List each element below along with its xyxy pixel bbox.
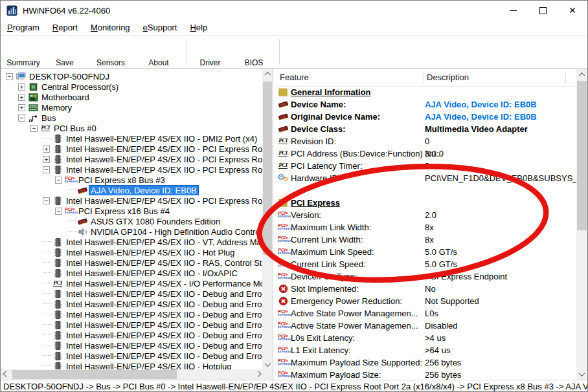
save-report-button[interactable]: Save Report — [43, 38, 86, 67]
tree-item-label[interactable]: PCI Express x8 Bus #3 — [77, 175, 166, 185]
feature-row[interactable]: PCI»EXPRESSMaximum Link Width:8x — [276, 221, 576, 234]
driver-update-button[interactable]: Driver Update — [188, 38, 232, 67]
tree-item[interactable]: +Central Processor(s) — [2, 82, 262, 92]
feature-row[interactable]: PCI»EXPRESSActive State Power Managemen.… — [276, 307, 576, 320]
tree-item-label[interactable]: NVIDIA GP104 - High Definition Audio Con… — [89, 227, 262, 237]
tree-item-label[interactable]: Intel Haswell-EN/EP/EP 4S/EX IIO - DMI2 … — [65, 134, 258, 144]
minus-expander-icon[interactable]: − — [55, 208, 62, 215]
tree-item[interactable]: Intel Haswell-EN/EP/EP 4S/EX IIO - DMI2 … — [2, 133, 262, 144]
column-divider[interactable] — [565, 71, 566, 84]
tree-item[interactable]: Intel Haswell-EN/EP/EP 4S/EX IIO - Debug… — [2, 340, 262, 351]
scroll-up-button[interactable] — [577, 69, 587, 80]
tree-item-label[interactable]: Intel Haswell-EN/EP/EP 4S/EX - I/O Perfo… — [65, 279, 262, 289]
sensors-button[interactable]: Sensors — [91, 38, 130, 67]
menu-report[interactable]: Report — [46, 21, 84, 34]
tree-item-label[interactable]: Central Processor(s) — [40, 82, 120, 92]
scrollbar-thumb[interactable] — [577, 81, 587, 230]
tree-item-label[interactable]: Intel Haswell-EN/EP/EP 4S/EX IIO - Debug… — [65, 351, 262, 361]
tree-item-label[interactable]: Intel Haswell-EN/EP/EP 4S/EX IIO - Debug… — [65, 299, 262, 309]
scrollbar-thumb[interactable] — [263, 82, 272, 255]
feature-row[interactable]: PCIPCI Address (Bus:Device:Function) Nu.… — [276, 147, 576, 160]
tree-item[interactable]: −Intel Haswell-EN/EP/EP 4S/EX IIO - PCI … — [2, 164, 262, 175]
tree-item[interactable]: +Intel Haswell-EN/EP/EP 4S/EX IIO - PCI … — [2, 144, 262, 154]
feature-row[interactable]: PCIPCI Latency Timer:0 — [276, 160, 576, 172]
minus-expander-icon[interactable]: − — [6, 73, 13, 80]
tree-item-label[interactable]: ASUS GTX 1080 Founders Edition — [89, 217, 221, 226]
feature-row[interactable]: Slot Implemented:No — [276, 283, 576, 295]
feature-row[interactable]: PCI»EXPRESSActive State Power Managemen.… — [276, 320, 576, 332]
minus-expander-icon[interactable]: − — [43, 197, 50, 204]
tree-item-label[interactable]: PCI Express x16 Bus #4 — [77, 206, 171, 216]
tree-item[interactable]: +Motherboard — [2, 92, 262, 102]
tree-horizontal-scrollbar[interactable] — [1, 369, 263, 380]
feature-row[interactable]: Emergency Power Reduction:Not Supported — [276, 295, 576, 307]
tree-item-label[interactable]: DESKTOP-50OFNDJ — [28, 72, 111, 82]
tree-item[interactable]: −PCIPCI Bus #0 — [2, 123, 262, 133]
tree-item[interactable]: −PCI»EXPRESSPCI Express x8 Bus #3 — [2, 175, 262, 185]
minus-expander-icon[interactable]: − — [30, 125, 38, 132]
tree-item-label[interactable]: Intel Haswell-EN/EP/EP 4S/EX IIO - PCI E… — [65, 155, 262, 164]
tree-item[interactable]: −DESKTOP-50OFNDJ — [2, 71, 262, 82]
tree-item-label[interactable]: Intel Haswell-EN/EP/EP 4S/EX IIO - RAS, … — [65, 258, 262, 268]
minus-expander-icon[interactable]: − — [18, 114, 25, 122]
panel-vertical-scrollbar[interactable] — [576, 69, 587, 380]
tree-item-label[interactable]: Intel Haswell-EN/EP/EP 4S/EX IIO - PCI E… — [65, 196, 262, 206]
tree-item-label[interactable]: Memory — [40, 103, 73, 113]
tree-item-label[interactable]: Intel Haswell-EN/EP/EP 4S/EX IIO - Hot P… — [65, 248, 236, 257]
menu-help[interactable]: Help — [183, 21, 214, 34]
tree-item[interactable]: AJA Video, Device ID: EB0B — [2, 185, 262, 195]
column-divider[interactable] — [423, 71, 424, 84]
tree-item[interactable]: Intel Haswell-EN/EP/EP 4S/EX IIO - Debug… — [2, 351, 262, 361]
scroll-left-button[interactable] — [1, 369, 11, 380]
feature-row[interactable]: General Information — [276, 86, 576, 98]
plus-expander-icon[interactable]: + — [43, 156, 50, 163]
column-header-description[interactable]: Description — [427, 72, 469, 82]
tree-item[interactable]: +Memory — [2, 102, 262, 113]
scroll-down-button[interactable] — [577, 369, 587, 379]
plus-expander-icon[interactable]: + — [18, 83, 25, 91]
tree-item-label[interactable]: Intel Haswell-EN/EP/EP 4S/EX IIO - Debug… — [65, 310, 262, 320]
scroll-right-button[interactable] — [253, 369, 263, 380]
feature-row[interactable]: ⚙⚙Hardware ID:PCI\VEN_F1D0&DEV_EB0B&SUBS… — [276, 172, 576, 184]
tree-item-label[interactable]: Bus — [40, 113, 57, 123]
summary-button[interactable]: Summary — [5, 38, 42, 67]
tree-item[interactable]: −Intel Haswell-EN/EP/EP 4S/EX IIO - PCI … — [2, 195, 262, 206]
scroll-down-button[interactable] — [262, 359, 273, 369]
tree-item-label[interactable]: Intel Haswell-EN/EP/EP 4S/EX IIO - Debug… — [65, 320, 262, 330]
feature-row[interactable]: PCI»EXPRESSCurrent Link Width:8x — [276, 234, 576, 246]
tree-item[interactable]: −Bus — [2, 113, 262, 123]
tree-item-label[interactable]: AJA Video, Device ID: EB0B — [89, 186, 198, 195]
plus-expander-icon[interactable]: + — [43, 146, 50, 153]
tree-item-label[interactable]: Intel Haswell-EN/EP/EP 4S/EX IIO - VT, A… — [65, 237, 262, 247]
tree-item[interactable]: Intel Haswell-EN/EP/EP 4S/EX IIO - Debug… — [2, 289, 262, 299]
tree-item-label[interactable]: Intel Haswell-EN/EP/EP 4S/EX IIO - I/OxA… — [65, 268, 239, 278]
feature-row[interactable]: PCI»EXPRESSCurrent Link Speed:5.0 GT/s — [276, 258, 576, 270]
tree-item[interactable]: Intel Haswell-EN/EP/EP 4S/EX IIO - Debug… — [2, 299, 262, 309]
minimize-button[interactable] — [498, 1, 528, 20]
tree-item[interactable]: Intel Haswell-EN/EP/EP 4S/EX IIO - Debug… — [2, 320, 262, 330]
feature-row[interactable]: PCIRevision ID:0 — [276, 135, 576, 147]
tree-item[interactable]: −PCI»EXPRESSPCI Express x16 Bus #4 — [2, 206, 262, 216]
bios-update-button[interactable]: BIOS Update — [232, 38, 276, 67]
tree-item-label[interactable]: PCI Bus #0 — [52, 124, 98, 133]
tree-item-label[interactable]: Motherboard — [40, 93, 91, 102]
feature-row[interactable]: Device Name:AJA Video, Device ID: EB0B — [276, 98, 576, 111]
tree-item[interactable]: Intel Haswell-EN/EP/EP 4S/EX IIO - Hot P… — [2, 247, 262, 257]
tree-vertical-scrollbar[interactable] — [262, 69, 273, 369]
tree-item-label[interactable]: Intel Haswell-EN/EP/EP 4S/EX IIO - Debug… — [65, 341, 262, 351]
feature-row[interactable]: PCI»EXPRESSMaximum Payload Size Supporte… — [276, 356, 576, 369]
close-button[interactable]: × — [558, 1, 587, 20]
about-button[interactable]: About — [139, 38, 179, 67]
menu-program[interactable]: Program — [1, 21, 46, 34]
tree-item-label[interactable]: Intel Haswell-EN/EP/EP 4S/EX IIO - Hotpl… — [65, 362, 233, 370]
column-header-feature[interactable]: Feature — [280, 72, 309, 82]
tree-item[interactable]: Intel Haswell-EN/EP/EP 4S/EX IIO - Hotpl… — [2, 361, 262, 369]
tree-item[interactable]: NVIDIA GP104 - High Definition Audio Con… — [2, 226, 262, 237]
feature-row[interactable]: Original Device Name:AJA Video, Device I… — [276, 111, 576, 123]
feature-row[interactable]: PCI»EXPRESSVersion:2.0 — [276, 209, 576, 221]
minus-expander-icon[interactable]: − — [55, 177, 62, 184]
feature-row[interactable]: PCI Express — [276, 197, 576, 209]
tree-item[interactable]: +Intel Haswell-EN/EP/EP 4S/EX IIO - PCI … — [2, 154, 262, 164]
tree-item[interactable]: PCIIntel Haswell-EN/EP/EP 4S/EX - I/O Pe… — [2, 278, 262, 289]
menu-esupport[interactable]: eSupport — [137, 21, 184, 34]
